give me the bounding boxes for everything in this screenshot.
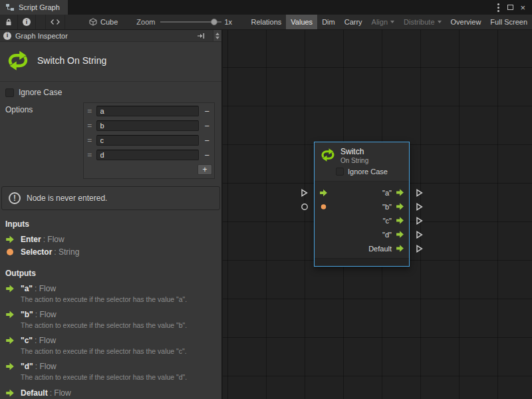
triangle-port-icon [301, 188, 308, 197]
tab-script-graph[interactable]: Script Graph [0, 0, 68, 15]
carry-button[interactable]: Carry [340, 15, 367, 29]
graph-owner-button[interactable]: Cube [89, 18, 118, 26]
cube-icon [89, 18, 97, 26]
flow-output-connect-port[interactable] [416, 188, 423, 197]
triangle-port-icon [416, 216, 423, 225]
port-row: "d" [315, 227, 409, 241]
flow-output-connect-port[interactable] [416, 244, 423, 253]
zoom-slider-knob[interactable] [211, 19, 217, 25]
output-row-default: Default: Flow [0, 386, 221, 399]
output-port-label: "d" [382, 231, 392, 239]
dock-icon[interactable] [197, 33, 205, 39]
port-row: "a" [315, 186, 409, 200]
drag-handle-icon[interactable]: = [85, 106, 94, 116]
triangle-port-icon [416, 188, 423, 197]
output-port-default[interactable] [396, 244, 404, 253]
add-option-button[interactable]: + [198, 164, 212, 175]
drag-handle-icon[interactable]: = [85, 121, 94, 130]
flow-output-connect-port[interactable] [416, 216, 423, 225]
node-ports: "a" "b" "c" [315, 181, 409, 258]
value-input-connect-port[interactable] [301, 203, 309, 211]
chevron-up-icon [215, 33, 219, 35]
remove-option-button[interactable]: − [201, 149, 213, 161]
output-port-b[interactable] [396, 202, 404, 211]
zoom-slider[interactable] [160, 15, 221, 29]
node-title: Switch [340, 147, 368, 156]
flow-arrow-icon [5, 362, 15, 371]
lock-icon [5, 18, 13, 26]
flow-arrow-icon [396, 244, 404, 253]
drag-handle-icon[interactable]: = [85, 150, 94, 160]
window-menu-icon[interactable] [497, 7, 499, 9]
drag-handle-icon[interactable]: = [85, 136, 94, 145]
option-input[interactable] [96, 106, 199, 116]
full-screen-button[interactable]: Full Screen [485, 15, 532, 29]
flow-arrow-icon [5, 235, 15, 244]
maximize-icon[interactable] [507, 5, 513, 10]
panel-resize-nub[interactable] [213, 30, 221, 41]
graph-inspector-panel: i Graph Inspector Switch On String Ignor… [0, 30, 223, 399]
relations-button[interactable]: Relations [246, 15, 286, 29]
close-icon[interactable]: × [520, 3, 525, 12]
string-dot-icon [6, 248, 14, 256]
script-graph-icon [5, 3, 15, 11]
flow-arrow-icon [5, 284, 15, 293]
flow-arrow-icon [396, 202, 404, 211]
values-button[interactable]: Values [286, 15, 317, 29]
flow-arrow-icon [5, 388, 15, 398]
switch-on-string-node[interactable]: Switch On String Ignore Case "a" [314, 142, 410, 267]
output-desc: The action to execute if the selector ha… [21, 347, 216, 356]
option-input[interactable] [96, 135, 199, 146]
inspector-title: Graph Inspector [15, 32, 68, 40]
output-row-b: "b": Flow [0, 308, 221, 321]
output-desc: The action to execute if the selector ha… [21, 373, 216, 382]
option-input[interactable] [96, 150, 199, 160]
output-port-c[interactable] [396, 216, 404, 225]
overview-button[interactable]: Overview [446, 15, 486, 29]
option-input[interactable] [96, 120, 199, 131]
remove-option-button[interactable]: − [201, 105, 213, 117]
flow-arrow-icon [319, 188, 328, 197]
script-graph-window: Script Graph × i Cube Zoom 1x Relations [0, 0, 532, 399]
window-controls: × [489, 0, 532, 15]
window-tab-bar: Script Graph × [0, 0, 532, 15]
node-ignore-case-row: Ignore Case [315, 166, 409, 181]
flow-output-connect-port[interactable] [416, 230, 423, 239]
options-section: Options = − = − = − [0, 100, 221, 180]
enter-port[interactable] [319, 188, 328, 197]
code-view-button[interactable] [45, 15, 65, 29]
output-port-a[interactable] [396, 188, 404, 197]
code-icon [51, 19, 60, 25]
port-row: "b" [315, 200, 409, 213]
node-header: Switch On String [315, 142, 409, 166]
info-button[interactable]: i [18, 15, 36, 29]
ignore-case-label: Ignore Case [348, 168, 388, 176]
graph-owner-label: Cube [100, 18, 118, 26]
graph-toolbar: i Cube Zoom 1x Relations Values Dim Carr… [0, 15, 532, 30]
ignore-case-checkbox[interactable] [5, 88, 14, 97]
options-list: = − = − = − = [83, 102, 215, 179]
warning-box: ! Node is never entered. [1, 186, 220, 210]
output-row-a: "a": Flow [0, 282, 221, 295]
flow-output-connect-port[interactable] [416, 202, 423, 211]
ignore-case-checkbox[interactable] [336, 168, 344, 176]
graph-canvas[interactable]: Switch On String Ignore Case "a" [223, 30, 532, 399]
align-dropdown[interactable]: Align [367, 15, 399, 29]
options-footer: + [85, 162, 213, 178]
selector-port[interactable] [321, 203, 327, 209]
output-port-label: "a" [382, 189, 392, 197]
chevron-down-icon [390, 21, 394, 23]
unit-title-block: Switch On String [0, 42, 221, 82]
distribute-dropdown[interactable]: Distribute [399, 15, 446, 29]
dim-button[interactable]: Dim [317, 15, 340, 29]
chevron-down-icon [438, 21, 442, 23]
remove-option-button[interactable]: − [201, 134, 213, 146]
triangle-port-icon [416, 244, 423, 253]
zoom-label: Zoom [136, 18, 155, 26]
flow-arrow-icon [396, 216, 404, 225]
remove-option-button[interactable]: − [201, 120, 213, 132]
lock-button[interactable] [0, 15, 18, 29]
flow-input-connect-port[interactable] [301, 188, 308, 197]
output-port-d[interactable] [396, 230, 404, 239]
warning-icon: ! [9, 192, 21, 204]
